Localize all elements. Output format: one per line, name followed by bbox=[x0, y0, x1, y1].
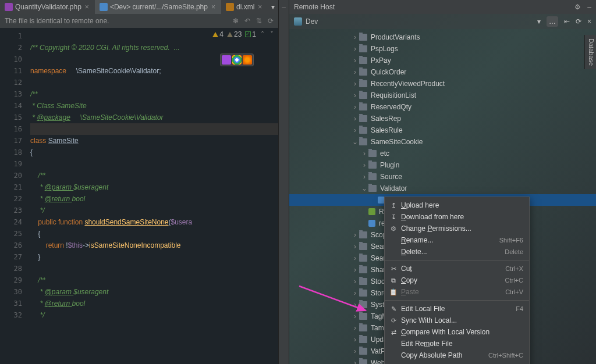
close-icon[interactable]: × bbox=[84, 3, 90, 11]
database-tool-tab[interactable]: Database bbox=[584, 35, 596, 69]
weak-warning-icon bbox=[227, 32, 233, 37]
refresh-icon[interactable]: ⟳ bbox=[268, 17, 274, 25]
gear-icon[interactable]: ⚙ bbox=[574, 3, 581, 11]
tree-row[interactable]: ›etc bbox=[289, 148, 596, 159]
tool-window-strip[interactable]: – bbox=[278, 0, 289, 364]
context-menu[interactable]: ↥Upload here↧Download from here⚙Change P… bbox=[384, 197, 530, 364]
tree-row[interactable]: ›RequisitionList bbox=[289, 90, 596, 101]
tree-row[interactable]: ›ProductVariants bbox=[289, 31, 596, 43]
menu-item[interactable]: Edit Remote File bbox=[385, 338, 529, 349]
tree-row[interactable]: ›PspLogs bbox=[289, 43, 596, 55]
code-editor[interactable]: 1210111213141516171819202122232425262728… bbox=[0, 28, 278, 364]
editor-status-bar: The file is identical to remote one. ❃ ↶… bbox=[0, 14, 278, 28]
menu-item[interactable]: Copy Absolute PathCtrl+Shift+C bbox=[385, 349, 529, 361]
tab-label: <Dev> current/.../SameSite.php bbox=[110, 3, 208, 11]
menu-item[interactable]: ✂CutCtrl+X bbox=[385, 263, 529, 274]
tab-dixml[interactable]: di.xml × bbox=[221, 0, 268, 14]
menu-item[interactable]: ↥Upload here bbox=[385, 199, 529, 211]
menu-item[interactable]: Delete...Delete bbox=[385, 246, 529, 258]
tab-label: di.xml bbox=[236, 3, 254, 11]
tree-row[interactable]: ›SalesRep bbox=[289, 113, 596, 124]
leaf-icon[interactable]: ❃ bbox=[233, 17, 239, 25]
tab-label: QuantityValidator.php bbox=[15, 3, 81, 11]
menu-item[interactable]: Rename...Shift+F6 bbox=[385, 234, 529, 246]
tree-row[interactable]: ⌄Validator bbox=[289, 183, 596, 194]
close-icon[interactable]: × bbox=[210, 3, 217, 11]
close-icon[interactable]: × bbox=[257, 3, 263, 11]
floating-app-icons bbox=[220, 53, 254, 66]
chrome-icon[interactable] bbox=[232, 55, 242, 65]
tree-row[interactable]: ›Source bbox=[289, 171, 596, 183]
hide-icon[interactable]: – bbox=[587, 3, 591, 11]
menu-item[interactable]: ⇄Compare With Local Version bbox=[385, 326, 529, 338]
warning-icon bbox=[212, 32, 218, 37]
tree-row[interactable]: ›ReservedQty bbox=[289, 101, 596, 113]
line-gutter: 1210111213141516171819202122232425262728… bbox=[0, 28, 30, 364]
panel-title: Remote Host bbox=[294, 3, 335, 11]
refresh-icon[interactable]: ⟳ bbox=[576, 17, 581, 26]
undo-icon[interactable]: ↶ bbox=[244, 17, 250, 25]
dropdown-icon[interactable]: ▾ bbox=[537, 17, 541, 26]
menu-item[interactable]: ⧉CopyCtrl+C bbox=[385, 274, 529, 286]
minimize-icon[interactable]: – bbox=[282, 3, 286, 12]
collapse-icon[interactable]: ⇤ bbox=[564, 17, 570, 26]
inspection-badges[interactable]: 4 23 1 ˄ ˅ bbox=[212, 30, 275, 38]
ok-icon bbox=[245, 31, 251, 37]
chevron-down-icon[interactable]: ˅ bbox=[269, 30, 275, 38]
remote-host-toolbar: Dev ▾ … ⇤ ⟳ × bbox=[289, 14, 596, 29]
remote-host-header: Remote Host ⚙ – bbox=[289, 0, 596, 14]
more-button[interactable]: … bbox=[547, 16, 558, 27]
menu-item[interactable]: ✎Edit Local FileF4 bbox=[385, 303, 529, 315]
firefox-icon[interactable] bbox=[243, 55, 252, 65]
chevron-up-icon[interactable]: ˄ bbox=[260, 30, 265, 38]
server-name[interactable]: Dev bbox=[306, 17, 318, 26]
status-text: The file is identical to remote one. bbox=[5, 17, 109, 25]
tree-row[interactable]: ›RecentlyViewedProduct bbox=[289, 78, 596, 90]
tree-row[interactable]: ›PxPay bbox=[289, 55, 596, 66]
tab-samesite[interactable]: <Dev> current/.../SameSite.php × bbox=[95, 0, 221, 14]
server-icon bbox=[294, 17, 302, 26]
menu-item[interactable]: ⚙Change Permissions... bbox=[385, 223, 529, 234]
menu-item[interactable]: Exclude Path bbox=[385, 361, 529, 364]
tab-quantityvalidator[interactable]: QuantityValidator.php × bbox=[0, 0, 95, 14]
close-icon[interactable]: × bbox=[587, 17, 591, 26]
tree-row[interactable]: ⌄SameSiteCookie bbox=[289, 136, 596, 148]
menu-item: 📋PasteCtrl+V bbox=[385, 286, 529, 298]
editor-tabs: QuantityValidator.php × <Dev> current/..… bbox=[0, 0, 278, 14]
menu-item[interactable]: ↧Download from here bbox=[385, 211, 529, 223]
tree-row[interactable]: ›SalesRule bbox=[289, 124, 596, 136]
redo-icon[interactable]: ⇅ bbox=[256, 17, 262, 25]
tree-row[interactable]: ›QuickOrder bbox=[289, 66, 596, 78]
tree-row[interactable]: ›Plugin bbox=[289, 159, 596, 171]
phpstorm-icon[interactable] bbox=[222, 55, 231, 65]
php-remote-icon bbox=[100, 3, 108, 11]
php-icon bbox=[5, 3, 13, 11]
menu-item[interactable]: ⟳Sync With Local... bbox=[385, 315, 529, 326]
tabs-overflow[interactable]: ▾ bbox=[268, 3, 278, 11]
xml-icon bbox=[226, 3, 234, 11]
